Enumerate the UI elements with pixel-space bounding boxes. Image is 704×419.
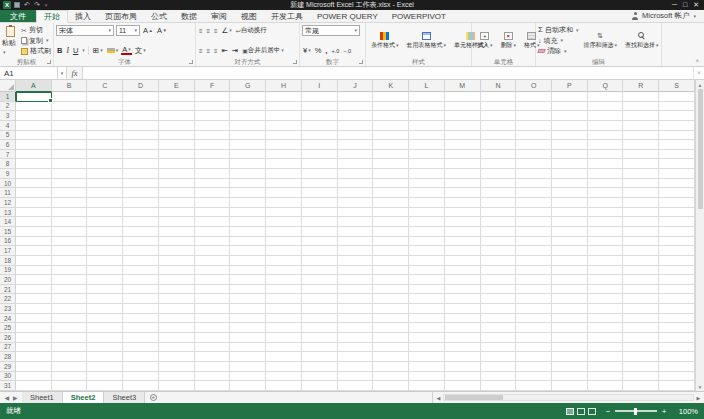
cell-L2[interactable] (409, 102, 445, 112)
cell-M31[interactable] (445, 381, 481, 391)
cell-J11[interactable] (338, 188, 374, 198)
cell-B11[interactable] (52, 188, 88, 198)
cell-I21[interactable] (302, 285, 338, 295)
cell-H31[interactable] (266, 381, 302, 391)
cell-P10[interactable] (552, 179, 588, 189)
cell-D23[interactable] (123, 304, 159, 314)
cell-S18[interactable] (659, 256, 695, 266)
cell-H13[interactable] (266, 208, 302, 218)
cell-K29[interactable] (373, 362, 409, 372)
cell-G31[interactable] (230, 381, 266, 391)
save-icon[interactable] (14, 2, 20, 8)
cell-G23[interactable] (230, 304, 266, 314)
cell-M12[interactable] (445, 198, 481, 208)
cell-A23[interactable] (16, 304, 52, 314)
cell-F9[interactable] (195, 169, 231, 179)
cell-K25[interactable] (373, 323, 409, 333)
autosum-button[interactable]: Σ自动求和▾ (538, 25, 578, 35)
cell-L16[interactable] (409, 237, 445, 247)
cell-O7[interactable] (516, 150, 552, 160)
cell-O15[interactable] (516, 227, 552, 237)
cell-Q6[interactable] (588, 140, 624, 150)
cell-J29[interactable] (338, 362, 374, 372)
format-painter-button[interactable]: 格式刷 (21, 46, 51, 56)
cell-F15[interactable] (195, 227, 231, 237)
cell-D12[interactable] (123, 198, 159, 208)
cell-M27[interactable] (445, 343, 481, 353)
cell-B3[interactable] (52, 111, 88, 121)
cell-B14[interactable] (52, 217, 88, 227)
row-header-30[interactable]: 30 (0, 372, 16, 382)
cell-I10[interactable] (302, 179, 338, 189)
cell-I6[interactable] (302, 140, 338, 150)
cell-E16[interactable] (159, 237, 195, 247)
zoom-out-button[interactable]: − (604, 407, 612, 416)
cell-P13[interactable] (552, 208, 588, 218)
cell-A7[interactable] (16, 150, 52, 160)
cell-M24[interactable] (445, 314, 481, 324)
cell-B22[interactable] (52, 294, 88, 304)
cell-E21[interactable] (159, 285, 195, 295)
cell-R12[interactable] (623, 198, 659, 208)
cell-F13[interactable] (195, 208, 231, 218)
cell-A10[interactable] (16, 179, 52, 189)
expand-formula-bar-button[interactable]: ˅ (693, 67, 704, 79)
cell-A5[interactable] (16, 131, 52, 141)
cell-M5[interactable] (445, 131, 481, 141)
cell-B27[interactable] (52, 343, 88, 353)
cell-K28[interactable] (373, 352, 409, 362)
cell-J14[interactable] (338, 217, 374, 227)
row-header-29[interactable]: 29 (0, 362, 16, 372)
cell-E9[interactable] (159, 169, 195, 179)
cell-J25[interactable] (338, 323, 374, 333)
cell-O31[interactable] (516, 381, 552, 391)
cell-N20[interactable] (481, 275, 517, 285)
cell-B9[interactable] (52, 169, 88, 179)
cell-I7[interactable] (302, 150, 338, 160)
cell-E2[interactable] (159, 102, 195, 112)
cell-C20[interactable] (87, 275, 123, 285)
row-header-12[interactable]: 12 (0, 198, 16, 208)
cell-Q1[interactable] (588, 92, 624, 102)
ribbon-tab-page-layout[interactable]: 页面布局 (98, 10, 144, 22)
cell-R5[interactable] (623, 131, 659, 141)
cell-J18[interactable] (338, 256, 374, 266)
cell-Q8[interactable] (588, 159, 624, 169)
cell-H21[interactable] (266, 285, 302, 295)
cell-D20[interactable] (123, 275, 159, 285)
cell-N3[interactable] (481, 111, 517, 121)
cell-I13[interactable] (302, 208, 338, 218)
increase-decimal-button[interactable]: +.0 (330, 45, 340, 56)
row-header-2[interactable]: 2 (0, 102, 16, 112)
ribbon-tab-view[interactable]: 视图 (234, 10, 264, 22)
cell-B4[interactable] (52, 121, 88, 131)
copy-button[interactable]: 复制▾ (21, 36, 51, 46)
cell-M10[interactable] (445, 179, 481, 189)
cell-J31[interactable] (338, 381, 374, 391)
cell-O12[interactable] (516, 198, 552, 208)
cell-D5[interactable] (123, 131, 159, 141)
collapse-ribbon-button[interactable]: ˄ (695, 58, 699, 64)
cell-P12[interactable] (552, 198, 588, 208)
cell-N5[interactable] (481, 131, 517, 141)
row-header-1[interactable]: 1 (0, 92, 16, 102)
cell-R13[interactable] (623, 208, 659, 218)
delete-cells-button[interactable]: × 删除▾ (498, 24, 520, 57)
cell-L23[interactable] (409, 304, 445, 314)
cell-D27[interactable] (123, 343, 159, 353)
cell-O14[interactable] (516, 217, 552, 227)
scroll-left-icon[interactable]: ◀ (434, 395, 443, 401)
cell-P17[interactable] (552, 246, 588, 256)
cell-P18[interactable] (552, 256, 588, 266)
cell-R19[interactable] (623, 266, 659, 276)
cell-C24[interactable] (87, 314, 123, 324)
cell-B30[interactable] (52, 372, 88, 382)
find-select-button[interactable]: 查找和选择▾ (622, 24, 662, 57)
column-header-P[interactable]: P (552, 80, 588, 92)
cell-E20[interactable] (159, 275, 195, 285)
cell-S3[interactable] (659, 111, 695, 121)
cell-S6[interactable] (659, 140, 695, 150)
row-header-17[interactable]: 17 (0, 246, 16, 256)
cell-K21[interactable] (373, 285, 409, 295)
cell-L22[interactable] (409, 294, 445, 304)
